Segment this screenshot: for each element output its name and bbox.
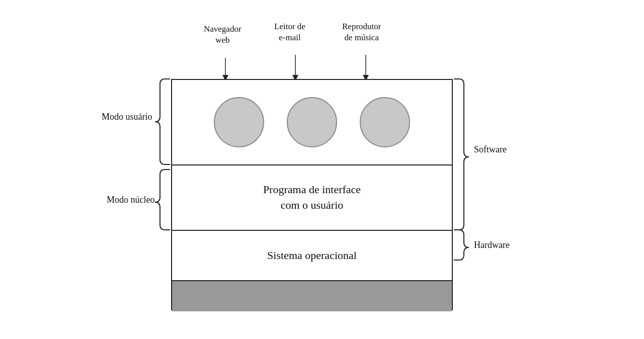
label-hardware: Hardware — [474, 240, 510, 250]
diagram: Navegador web Leitor de e-mail Reproduto… — [96, 19, 548, 320]
section-apps — [172, 80, 452, 165]
circle-navegador — [214, 97, 264, 147]
label-software: Software — [474, 144, 507, 155]
interface-text: Programa de interfacecom o usuário — [263, 182, 361, 213]
label-leitor: Leitor de e-mail — [274, 21, 305, 43]
label-navegador: Navegador web — [204, 24, 242, 46]
os-text: Sistema operacional — [267, 249, 357, 262]
label-modo-usuario: Modo usuário — [102, 112, 152, 122]
label-reprodutor: Reprodutor de música — [342, 21, 381, 43]
section-hardware — [172, 281, 452, 311]
section-os: Sistema operacional — [172, 231, 452, 281]
label-modo-nucleo: Modo núcleo — [107, 195, 154, 205]
section-interface: Programa de interfacecom o usuário — [172, 165, 452, 231]
main-box: Programa de interfacecom o usuário Siste… — [171, 79, 453, 310]
circle-leitor — [287, 97, 337, 147]
circle-reprodutor — [360, 97, 410, 147]
